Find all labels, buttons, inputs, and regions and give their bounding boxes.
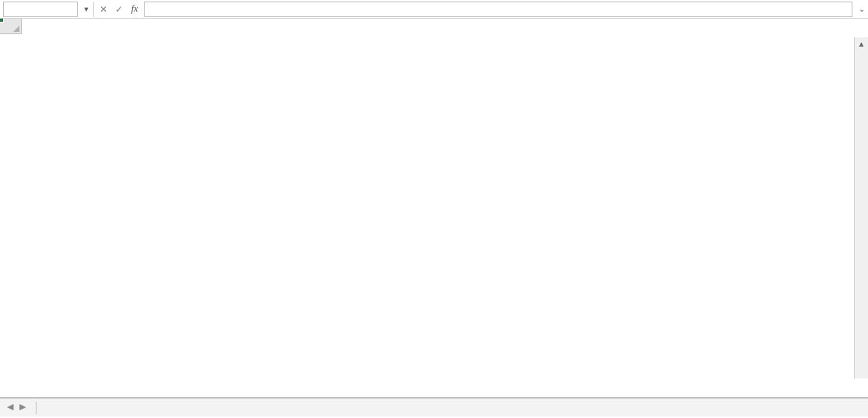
divider [93,2,94,17]
tab-nav-prev-icon[interactable]: ◀ [5,402,16,414]
name-box-dropdown-icon[interactable]: ▼ [81,5,92,13]
formula-bar: ▼ ✕ ✓ fx ⌄ [0,0,868,19]
formula-bar-expand-icon[interactable]: ⌄ [856,5,868,13]
fx-icon[interactable]: fx [127,2,142,17]
tab-nav-next-icon[interactable]: ▶ [17,402,28,414]
select-all-corner[interactable] [0,19,22,34]
sheet-tabs-bar: ◀ ▶ [0,398,868,416]
enter-icon[interactable]: ✓ [111,2,127,17]
formula-input[interactable] [144,2,852,17]
divider [36,402,37,414]
cancel-icon[interactable]: ✕ [96,2,111,17]
name-box[interactable] [3,2,78,17]
vertical-scrollbar[interactable]: ▲ [854,37,868,378]
spreadsheet-grid: ▲ [0,19,868,398]
scroll-up-icon[interactable]: ▲ [855,37,868,51]
tab-nav: ◀ ▶ [0,402,33,414]
